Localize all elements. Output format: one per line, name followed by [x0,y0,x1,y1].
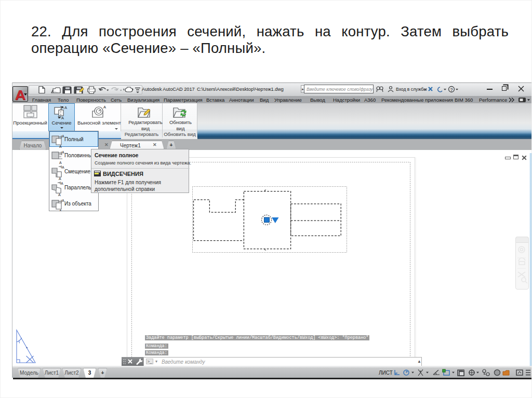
svg-text:A: A [62,166,64,169]
svg-text:A: A [64,105,67,110]
svg-text:Вход в службы: Вход в службы [396,87,427,92]
svg-text:?: ? [450,87,453,92]
svg-text:A: A [62,134,64,138]
svg-text:A: A [62,199,64,202]
svg-text:A: A [103,105,106,109]
svg-text:A: A [61,182,63,185]
svg-text:A: A [59,161,62,164]
svg-text:A: A [59,145,62,148]
svg-text:A: A [62,150,64,154]
svg-text:A: A [61,116,64,120]
svg-text:A: A [59,177,61,181]
svg-text:A: A [58,193,61,197]
svg-text:A: A [59,209,62,211]
